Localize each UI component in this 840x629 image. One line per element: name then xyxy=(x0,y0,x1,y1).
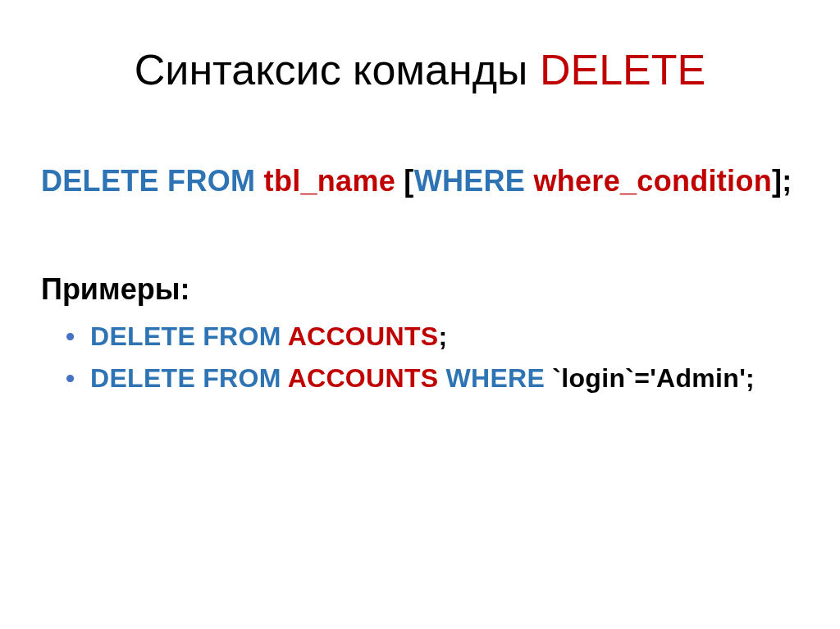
keyword-delete-from: DELETE FROM xyxy=(90,363,281,393)
syntax-condition: where_condition xyxy=(525,164,772,198)
bracket-close: ] xyxy=(772,164,782,198)
keyword-delete-from: DELETE FROM xyxy=(41,164,255,198)
bracket-open: [ xyxy=(404,164,413,198)
syntax-definition: DELETE FROM tbl_name [WHERE where_condit… xyxy=(41,164,799,198)
example-item-1: DELETE FROM ACCOUNTS; xyxy=(66,321,799,352)
where-clause: `login`='Admin'; xyxy=(545,363,755,393)
examples-list: DELETE FROM ACCOUNTS; DELETE FROM ACCOUN… xyxy=(41,321,799,394)
semicolon: ; xyxy=(438,321,447,351)
example-item-2: DELETE FROM ACCOUNTS WHERE `login`='Admi… xyxy=(66,363,799,394)
keyword-where: WHERE xyxy=(446,363,546,393)
title-text: Синтаксис команды xyxy=(135,46,540,93)
keyword-delete-from: DELETE FROM xyxy=(90,321,281,351)
slide-title: Синтаксис команды DELETE xyxy=(41,45,799,94)
semicolon: ; xyxy=(782,164,792,198)
examples-heading: Примеры: xyxy=(41,272,799,307)
table-name: ACCOUNTS xyxy=(281,363,446,393)
table-name: ACCOUNTS xyxy=(281,321,439,351)
title-keyword: DELETE xyxy=(540,46,705,93)
keyword-where: WHERE xyxy=(414,164,526,198)
slide-container: Синтаксис команды DELETE DELETE FROM tbl… xyxy=(0,0,840,629)
syntax-table-name: tbl_name xyxy=(255,164,404,198)
